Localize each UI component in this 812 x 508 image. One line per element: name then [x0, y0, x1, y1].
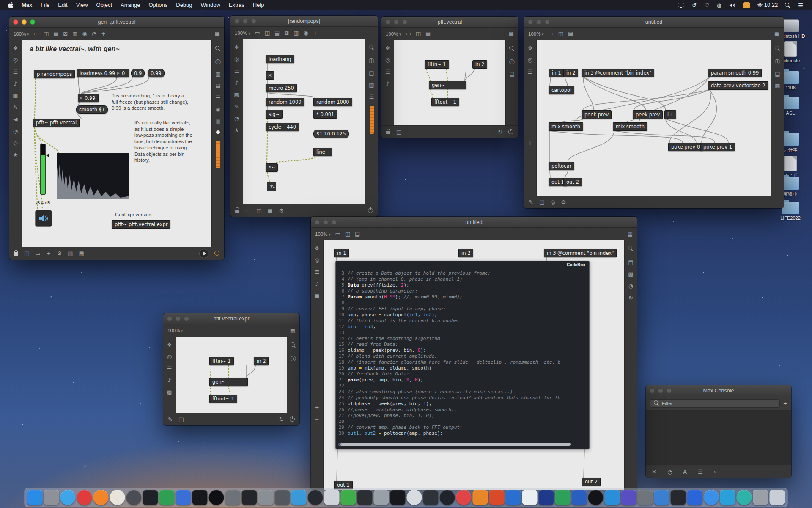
patcher-canvas[interactable]: a bit like vectral~, with gen~ p randomp…: [22, 40, 211, 247]
inspector-icon[interactable]: [215, 59, 221, 65]
menu-item[interactable]: Window: [197, 2, 225, 8]
wrench-icon[interactable]: [337, 442, 342, 447]
object-box-fftout[interactable]: fftout~ 1: [209, 395, 237, 403]
patcher-canvas[interactable]: loadbang metro 250 random 1000 random 10…: [243, 39, 365, 204]
snippets-icon[interactable]: [775, 83, 780, 88]
traffic-lights[interactable]: [528, 19, 550, 25]
zoom-dropdown[interactable]: 100%: [386, 31, 401, 36]
mixer-icon[interactable]: [215, 119, 220, 124]
dock-icon[interactable]: [77, 490, 92, 505]
dock-icon[interactable]: [225, 490, 241, 505]
audio-icon[interactable]: [13, 57, 18, 63]
inspector-icon[interactable]: [509, 59, 515, 65]
menu-item[interactable]: Max: [17, 2, 36, 8]
message-icon[interactable]: [416, 31, 421, 36]
zoom-button[interactable]: [30, 19, 35, 25]
grid-icon[interactable]: [290, 328, 295, 333]
dial-icon[interactable]: [234, 116, 239, 121]
grid-small-icon[interactable]: [314, 293, 319, 298]
traffic-lights[interactable]: [315, 220, 337, 225]
dock-icon[interactable]: [308, 490, 323, 505]
object-box-sig[interactable]: sig~: [266, 110, 283, 119]
input-method-icon[interactable]: [743, 2, 750, 8]
dock-icon[interactable]: [654, 490, 669, 505]
minimize-button[interactable]: [243, 19, 248, 24]
draw-icon[interactable]: [234, 104, 239, 109]
slider-icon[interactable]: [72, 31, 77, 36]
menu-item[interactable]: Debug: [172, 2, 196, 8]
close-button[interactable]: [13, 19, 18, 25]
search-icon[interactable]: [509, 45, 515, 53]
inspector-icon[interactable]: [291, 356, 296, 362]
windows-icon[interactable]: [178, 417, 184, 422]
windows-icon[interactable]: [396, 129, 401, 135]
audio-output-button[interactable]: [35, 210, 52, 227]
grid-icon[interactable]: [628, 231, 633, 237]
minimize-button[interactable]: [394, 19, 399, 25]
patcher-icon[interactable]: [528, 45, 533, 51]
toggle-box[interactable]: [266, 71, 274, 80]
dock-icon[interactable]: [572, 490, 587, 505]
settings-icon[interactable]: [57, 251, 62, 256]
reference-icon[interactable]: [369, 82, 374, 88]
list-icon[interactable]: [315, 269, 320, 275]
dock-icon[interactable]: [687, 490, 702, 505]
object-icon[interactable]: [245, 208, 250, 213]
zoom-in-icon[interactable]: [528, 140, 532, 146]
traffic-lights[interactable]: [167, 316, 189, 321]
object-box-cartopol[interactable]: cartopol: [549, 86, 574, 94]
midi-icon[interactable]: [14, 81, 17, 86]
traffic-lights[interactable]: [234, 19, 256, 24]
menu-item[interactable]: Edit: [54, 2, 71, 8]
run-button[interactable]: [199, 249, 208, 258]
apple-menu-icon[interactable]: [8, 2, 14, 9]
grid-icon[interactable]: [79, 251, 84, 256]
lock-icon[interactable]: [235, 207, 239, 215]
power-button[interactable]: [214, 250, 219, 257]
console-icon[interactable]: [215, 83, 220, 88]
dock-icon[interactable]: [159, 490, 175, 505]
media-icon[interactable]: [167, 389, 172, 395]
columns-icon[interactable]: [68, 251, 73, 256]
menu-item[interactable]: Object: [92, 2, 117, 8]
dismiss-icon[interactable]: [714, 469, 719, 475]
object-box-mulsig[interactable]: *~: [266, 163, 278, 172]
object-box-poltocar[interactable]: poltocar: [549, 162, 574, 170]
dock-icon[interactable]: [93, 490, 109, 505]
object-box-in1[interactable]: in 1: [334, 249, 349, 257]
zoom-dropdown[interactable]: 100%: [235, 30, 250, 36]
dock-icon[interactable]: [671, 490, 686, 505]
audio-icon[interactable]: [167, 354, 172, 359]
compile-icon[interactable]: [628, 295, 633, 301]
list-icon[interactable]: [369, 94, 374, 99]
add-icon[interactable]: [101, 31, 106, 36]
list-icon[interactable]: [216, 95, 221, 100]
search-icon[interactable]: [291, 342, 296, 350]
power-icon[interactable]: [508, 128, 513, 136]
audio-icon[interactable]: [528, 57, 532, 63]
camera-icon[interactable]: [216, 107, 220, 112]
audio-icon[interactable]: [315, 257, 319, 263]
zoom-dropdown[interactable]: 100%: [315, 232, 330, 237]
console-icon[interactable]: [509, 71, 514, 77]
dock-icon[interactable]: [588, 490, 604, 505]
patcher-canvas[interactable]: fftin~ 1 in 2 gen~ fftout~ 1: [176, 337, 287, 413]
object-box-mix-smooth-2[interactable]: mix smooth: [613, 122, 647, 131]
dock-icon[interactable]: [605, 490, 620, 505]
zoom-button[interactable]: [402, 19, 407, 25]
codebox[interactable]: CodeBox 3// create a Data object to hold…: [335, 261, 590, 449]
dock-icon[interactable]: [737, 490, 752, 505]
power-icon[interactable]: [290, 416, 295, 423]
time-machine-icon[interactable]: [692, 3, 697, 8]
window-pfft-vectral-expr[interactable]: pfft.vectral.expr 100%: [163, 313, 299, 425]
button-icon[interactable]: [82, 31, 87, 36]
midi-icon[interactable]: [235, 80, 238, 86]
new-object-icon[interactable]: [255, 30, 260, 36]
minimize-button[interactable]: [658, 388, 663, 393]
comment-icon[interactable]: [274, 30, 280, 36]
dock-icon[interactable]: [60, 490, 76, 505]
dock-icon[interactable]: [374, 490, 389, 505]
close-button[interactable]: [650, 388, 655, 393]
menu-item[interactable]: Extras: [225, 2, 249, 8]
object-box-loadbang[interactable]: loadbang: [266, 55, 294, 64]
